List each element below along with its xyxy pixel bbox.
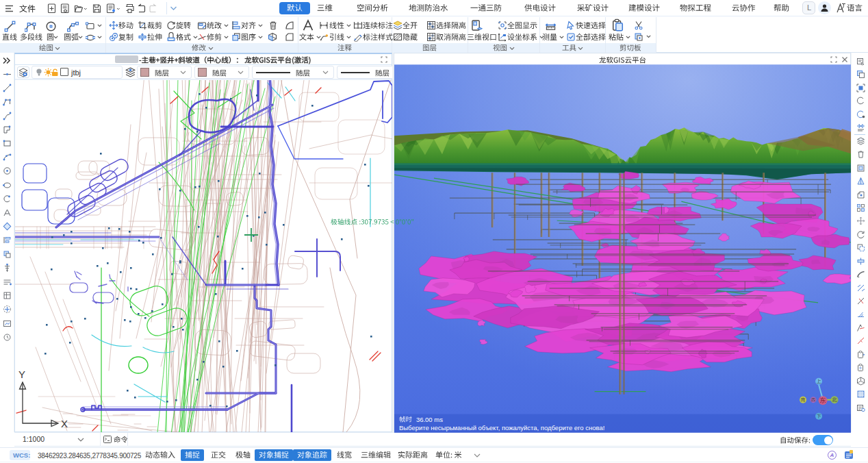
svg-text:X: X	[61, 418, 68, 429]
svg-text:Y: Y	[18, 370, 25, 380]
svg-text:36.00 ms: 36.00 ms	[416, 416, 443, 423]
svg-text:Выберите несырьманный объект,: Выберите несырьманный объект, пожалуйста…	[399, 424, 604, 431]
